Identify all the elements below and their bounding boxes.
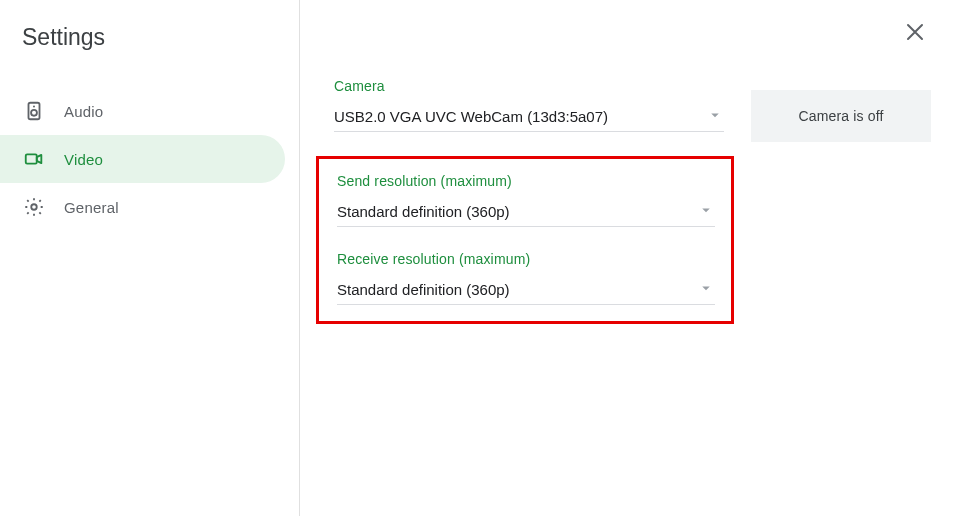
svg-point-5	[31, 204, 37, 210]
sidebar-item-label: Video	[64, 151, 103, 168]
video-icon	[22, 147, 46, 171]
page-title: Settings	[22, 24, 299, 51]
settings-sidebar: Settings Audio Video	[0, 0, 300, 516]
sidebar-item-general[interactable]: General	[0, 183, 285, 231]
receive-resolution-field: Receive resolution (maximum) Standard de…	[337, 251, 715, 305]
receive-resolution-select[interactable]: Standard definition (360p)	[337, 275, 715, 305]
camera-preview-off: Camera is off	[751, 90, 931, 142]
camera-field: Camera USB2.0 VGA UVC WebCam (13d3:5a07)	[334, 78, 724, 132]
camera-value: USB2.0 VGA UVC WebCam (13d3:5a07)	[334, 108, 608, 125]
sidebar-item-audio[interactable]: Audio	[0, 87, 285, 135]
send-resolution-select[interactable]: Standard definition (360p)	[337, 197, 715, 227]
svg-point-2	[33, 105, 35, 107]
svg-point-1	[31, 110, 37, 116]
chevron-down-icon	[697, 201, 715, 223]
send-resolution-field: Send resolution (maximum) Standard defin…	[337, 173, 715, 227]
gear-icon	[22, 195, 46, 219]
speaker-icon	[22, 99, 46, 123]
chevron-down-icon	[697, 279, 715, 301]
svg-rect-3	[26, 154, 37, 163]
receive-resolution-label: Receive resolution (maximum)	[337, 251, 715, 267]
svg-marker-4	[37, 155, 42, 163]
close-button[interactable]	[903, 20, 927, 44]
camera-label: Camera	[334, 78, 724, 94]
receive-resolution-value: Standard definition (360p)	[337, 281, 510, 298]
sidebar-item-video[interactable]: Video	[0, 135, 285, 183]
sidebar-item-label: Audio	[64, 103, 103, 120]
camera-select[interactable]: USB2.0 VGA UVC WebCam (13d3:5a07)	[334, 102, 724, 132]
send-resolution-value: Standard definition (360p)	[337, 203, 510, 220]
settings-content: Camera is off Camera USB2.0 VGA UVC WebC…	[300, 0, 955, 516]
camera-off-text: Camera is off	[799, 108, 884, 124]
sidebar-item-label: General	[64, 199, 119, 216]
send-resolution-label: Send resolution (maximum)	[337, 173, 715, 189]
resolution-highlight-box: Send resolution (maximum) Standard defin…	[316, 156, 734, 324]
chevron-down-icon	[706, 106, 724, 128]
svg-rect-0	[29, 103, 40, 120]
